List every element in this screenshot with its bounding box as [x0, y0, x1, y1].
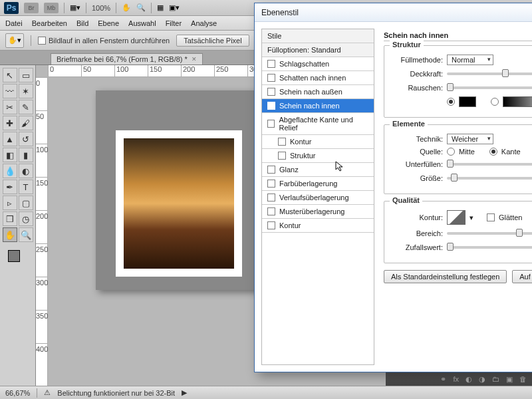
menu-ebene[interactable]: Ebene — [98, 19, 119, 27]
menu-analyse[interactable]: Analyse — [191, 19, 217, 27]
pen-tool[interactable]: ✒ — [3, 180, 17, 194]
style-item[interactable]: Schlagschatten — [262, 57, 374, 71]
make-default-button[interactable]: Als Standardeinstellung festlegen — [384, 270, 507, 283]
fill-options[interactable]: Fülloptionen: Standard — [262, 43, 374, 57]
crop-tool[interactable]: ✂ — [3, 100, 17, 114]
fg-color-swatch[interactable] — [8, 250, 20, 262]
chevron-right-icon[interactable]: ▶ — [182, 388, 187, 397]
brush-tool[interactable]: 🖌 — [19, 116, 33, 130]
choke-slider[interactable] — [447, 163, 532, 166]
menu-bearbeiten[interactable]: Bearbeiten — [32, 19, 67, 27]
color-swatches[interactable] — [8, 247, 28, 267]
camera3d-tool[interactable]: ◷ — [19, 211, 33, 226]
checkbox-icon[interactable] — [267, 60, 275, 68]
checkbox-icon[interactable] — [267, 180, 275, 188]
gradient-tool[interactable]: ▮ — [19, 148, 33, 162]
zoom-tool[interactable]: 🔍 — [19, 227, 33, 242]
checkbox-icon[interactable] — [278, 138, 286, 146]
arrange-icon[interactable]: ▣▾ — [169, 3, 180, 12]
bridge-icon[interactable]: Br — [24, 3, 39, 13]
style-item[interactable]: Schein nach außen — [262, 85, 374, 99]
noise-slider[interactable] — [447, 86, 532, 89]
adjustment-icon[interactable]: ◑ — [479, 375, 485, 384]
glow-gradient-chip[interactable] — [503, 96, 532, 107]
gradient-radio[interactable] — [491, 98, 499, 106]
dodge-tool[interactable]: ◐ — [19, 164, 33, 178]
folder-icon[interactable]: 🗀 — [492, 375, 499, 383]
checkbox-icon[interactable] — [267, 166, 275, 174]
doc-tab[interactable]: Briefmarke bei 66,7% (Form 1, RGB/8) * ✕ — [51, 53, 203, 65]
antialias-checkbox[interactable] — [487, 213, 495, 221]
blend-mode-select[interactable]: Normal — [447, 55, 493, 65]
menu-filter[interactable]: Filter — [166, 19, 182, 27]
vertical-ruler[interactable]: 050100150200250300350400 — [36, 77, 48, 386]
style-item[interactable]: Struktur — [262, 149, 374, 163]
jitter-slider[interactable] — [447, 246, 532, 249]
stamp-tool[interactable]: ▲ — [3, 132, 17, 146]
view3d-tool[interactable]: ❒ — [3, 211, 17, 226]
hand-tool[interactable]: ✋ — [3, 227, 17, 242]
hand-tool-indicator[interactable]: ✋▾ — [5, 33, 24, 48]
checkbox-icon[interactable] — [267, 74, 275, 82]
fx-icon[interactable]: fx — [453, 375, 459, 383]
move-tool[interactable]: ↖ — [3, 68, 17, 82]
type-tool[interactable]: T — [19, 180, 33, 194]
zoom-icon[interactable]: 🔍 — [136, 3, 146, 12]
menu-datei[interactable]: Datei — [5, 19, 23, 27]
checkbox-icon[interactable] — [267, 194, 275, 201]
source-edge-radio[interactable] — [489, 148, 497, 156]
checkbox-icon[interactable] — [267, 207, 275, 215]
chevron-down-icon[interactable]: ▾ — [469, 213, 473, 222]
technique-select[interactable]: Weicher — [447, 134, 493, 144]
style-item[interactable]: Schein nach innen — [262, 99, 374, 113]
trash-icon[interactable]: 🗑 — [519, 375, 527, 383]
zoom-level[interactable]: 100% — [92, 4, 110, 12]
eyedropper-tool[interactable]: ✎ — [19, 100, 33, 114]
checkbox-icon[interactable] — [267, 221, 275, 229]
history-brush-tool[interactable]: ↺ — [19, 132, 33, 146]
shape-tool[interactable]: ▢ — [19, 196, 33, 210]
checkbox-icon[interactable] — [267, 88, 275, 96]
blur-tool[interactable]: 💧 — [3, 164, 17, 178]
size-slider[interactable] — [447, 177, 532, 180]
style-item[interactable]: Kontur — [262, 135, 374, 149]
view-extras-icon[interactable]: ▦ — [157, 3, 164, 12]
status-zoom[interactable]: 66,67% — [5, 389, 30, 397]
menu-bild[interactable]: Bild — [76, 19, 88, 27]
screen-mode-icon[interactable]: ▦▾ — [70, 3, 80, 12]
scroll-all-checkbox[interactable]: Bildlauf in allen Fenstern durchführen — [38, 37, 170, 45]
checkbox-icon[interactable] — [267, 120, 275, 128]
color-radio[interactable] — [447, 98, 455, 106]
style-item[interactable]: Abgeflachte Kante und Relief — [262, 113, 374, 135]
source-center-radio[interactable] — [447, 148, 455, 156]
style-item[interactable]: Glanz — [262, 163, 374, 177]
minibridge-icon[interactable]: Mb — [44, 3, 59, 13]
contour-picker[interactable] — [447, 210, 466, 225]
styles-header[interactable]: Stile — [262, 29, 374, 43]
style-item[interactable]: Kontur — [262, 219, 374, 233]
hand-icon[interactable]: ✋ — [122, 3, 131, 12]
wand-tool[interactable]: ✶ — [19, 84, 33, 98]
eraser-tool[interactable]: ◧ — [3, 148, 17, 162]
style-item[interactable]: Musterüberlagerung — [262, 205, 374, 219]
menu-auswahl[interactable]: Auswahl — [128, 19, 156, 27]
checkbox-icon[interactable] — [278, 152, 286, 160]
path-select-tool[interactable]: ▹ — [3, 196, 17, 210]
marquee-tool[interactable]: ▭ — [19, 68, 33, 82]
new-layer-icon[interactable]: ▣ — [506, 375, 513, 384]
link-icon[interactable]: ⚭ — [440, 375, 446, 384]
range-slider[interactable] — [447, 232, 532, 235]
glow-color-chip[interactable] — [459, 96, 476, 107]
opacity-slider[interactable] — [447, 72, 532, 75]
lasso-tool[interactable]: 〰 — [3, 84, 17, 98]
close-icon[interactable]: ✕ — [192, 56, 197, 63]
style-item[interactable]: Farbüberlagerung — [262, 177, 374, 191]
checkbox-icon[interactable] — [267, 102, 275, 110]
style-item[interactable]: Verlaufsüberlagerung — [262, 191, 374, 205]
dialog-title[interactable]: Ebenenstil — [255, 3, 532, 22]
reset-default-button[interactable]: Auf St — [512, 270, 532, 283]
actual-pixels-button[interactable]: Tatsächliche Pixel — [176, 35, 249, 47]
mask-icon[interactable]: ◐ — [466, 375, 472, 384]
heal-tool[interactable]: ✚ — [3, 116, 17, 130]
style-item[interactable]: Schatten nach innen — [262, 71, 374, 85]
